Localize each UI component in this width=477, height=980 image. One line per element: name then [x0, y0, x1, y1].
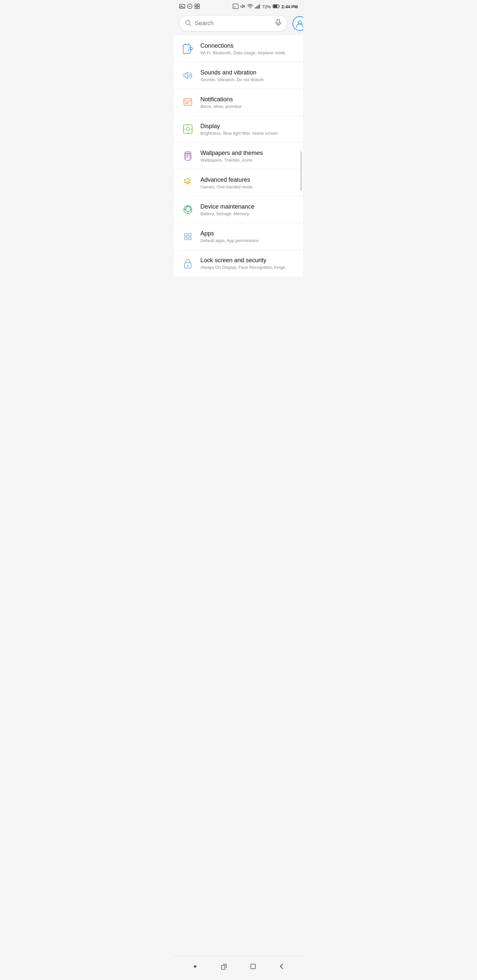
svg-point-45	[188, 237, 191, 240]
lock-icon	[180, 256, 195, 270]
svg-point-44	[185, 237, 187, 240]
search-input[interactable]	[195, 20, 272, 27]
display-text: Display Brightness, Blue light filter, H…	[200, 123, 297, 136]
svg-rect-13	[255, 7, 256, 9]
svg-point-32	[186, 127, 190, 131]
lock-subtitle: Always On Display, Face Recognition, Fin…	[200, 265, 297, 270]
notifications-title: Notifications	[200, 96, 297, 103]
status-right-icons: N 72	[233, 4, 298, 10]
svg-rect-7	[198, 6, 199, 9]
wallpapers-title: Wallpapers and themes	[200, 150, 297, 157]
battery-icon	[273, 4, 280, 9]
svg-rect-15	[258, 5, 259, 9]
svg-line-21	[190, 24, 191, 25]
nfc-icon: N	[233, 4, 238, 10]
sounds-text: Sounds and vibration Sounds, Vibration, …	[200, 69, 297, 82]
wallpapers-subtitle: Wallpapers, Themes, Icons	[200, 158, 297, 162]
mute-icon	[240, 4, 246, 10]
display-title: Display	[200, 123, 297, 130]
svg-point-12	[250, 7, 250, 8]
settings-item-apps[interactable]: Apps Default apps, App permissions	[174, 223, 303, 250]
advanced-subtitle: Games, One-handed mode	[200, 185, 297, 189]
wallpapers-icon	[180, 149, 195, 163]
svg-point-42	[185, 234, 187, 236]
connections-text: Connections Wi-Fi, Bluetooth, Data usage…	[200, 42, 297, 55]
signal-icon	[255, 4, 261, 10]
settings-item-connections[interactable]: Connections Wi-Fi, Bluetooth, Data usage…	[174, 35, 303, 62]
settings-item-notifications[interactable]: Notifications Block, allow, prioritize	[174, 89, 303, 116]
apps-subtitle: Default apps, App permissions	[200, 238, 297, 243]
minus-circle-icon	[187, 4, 193, 10]
wifi-icon	[247, 4, 253, 10]
grid-icon	[195, 4, 200, 10]
profile-avatar[interactable]	[292, 16, 303, 31]
svg-rect-6	[195, 6, 197, 9]
settings-item-device[interactable]: Device maintenance Battery, Storage, Mem…	[174, 196, 303, 223]
svg-point-43	[188, 234, 191, 236]
svg-rect-18	[273, 5, 277, 8]
search-bar-container	[174, 12, 303, 35]
sounds-icon	[180, 68, 195, 83]
advanced-text: Advanced features Games, One-handed mode	[200, 177, 297, 189]
svg-rect-31	[183, 125, 192, 134]
notifications-icon	[180, 95, 195, 110]
display-subtitle: Brightness, Blue light filter, Home scre…	[200, 131, 297, 136]
svg-rect-19	[279, 5, 279, 7]
scrollbar[interactable]	[300, 151, 302, 191]
device-text: Device maintenance Battery, Storage, Mem…	[200, 203, 297, 216]
advanced-icon: +	[180, 175, 195, 190]
svg-rect-27	[184, 99, 192, 105]
sounds-title: Sounds and vibration	[200, 69, 297, 76]
connections-icon	[180, 41, 195, 56]
svg-rect-4	[195, 4, 197, 6]
status-bar: N 72	[174, 0, 303, 12]
device-icon	[180, 202, 195, 217]
device-subtitle: Battery, Storage, Memory	[200, 211, 297, 216]
lock-title: Lock screen and security	[200, 257, 297, 264]
settings-item-advanced[interactable]: + Advanced features Games, One-handed mo…	[174, 170, 303, 196]
display-icon	[180, 122, 195, 137]
svg-rect-22	[277, 19, 279, 24]
apps-icon	[180, 229, 195, 244]
svg-point-26	[188, 50, 189, 51]
svg-rect-14	[256, 6, 257, 9]
microphone-icon[interactable]	[275, 19, 282, 28]
apps-title: Apps	[200, 230, 297, 237]
connections-title: Connections	[200, 42, 297, 49]
settings-item-sounds[interactable]: Sounds and vibration Sounds, Vibration, …	[174, 62, 303, 89]
sounds-subtitle: Sounds, Vibration, Do not disturb	[200, 77, 297, 82]
svg-rect-16	[259, 4, 260, 9]
settings-item-display[interactable]: Display Brightness, Blue light filter, H…	[174, 116, 303, 143]
settings-list: Connections Wi-Fi, Bluetooth, Data usage…	[174, 35, 303, 277]
search-bar[interactable]	[179, 15, 287, 32]
status-left-icons	[179, 4, 200, 10]
settings-item-lock[interactable]: Lock screen and security Always On Displ…	[174, 250, 303, 277]
battery-percent: 72%	[262, 4, 271, 9]
apps-text: Apps Default apps, App permissions	[200, 230, 297, 243]
svg-text:N: N	[233, 5, 236, 8]
advanced-title: Advanced features	[200, 177, 297, 183]
notifications-text: Notifications Block, allow, prioritize	[200, 96, 297, 109]
search-icon	[185, 19, 191, 27]
connections-subtitle: Wi-Fi, Bluetooth, Data usage, Airplane m…	[200, 50, 297, 55]
lock-text: Lock screen and security Always On Displ…	[200, 257, 297, 270]
settings-item-wallpapers[interactable]: Wallpapers and themes Wallpapers, Themes…	[174, 143, 303, 170]
svg-rect-5	[198, 4, 199, 6]
image-icon	[179, 4, 185, 10]
time: 2:44 PM	[282, 4, 298, 9]
wallpapers-text: Wallpapers and themes Wallpapers, Themes…	[200, 150, 297, 162]
notifications-subtitle: Block, allow, prioritize	[200, 104, 297, 109]
svg-text:+: +	[187, 182, 188, 185]
device-title: Device maintenance	[200, 203, 297, 210]
